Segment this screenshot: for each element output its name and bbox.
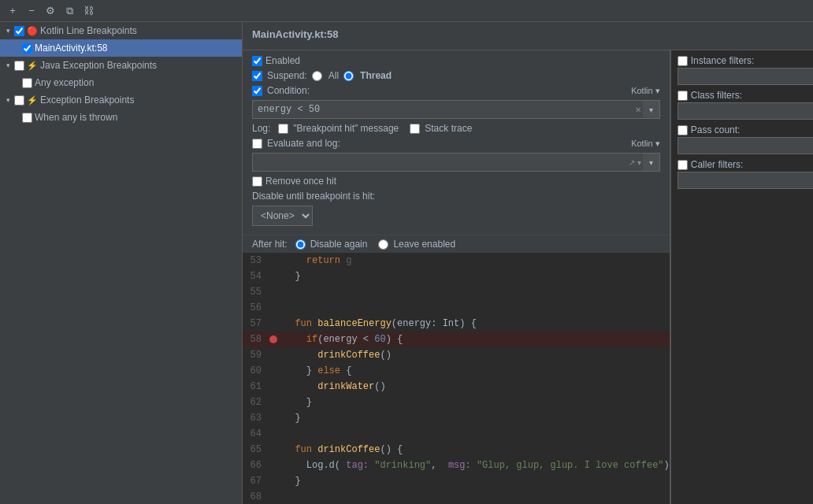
evaluate-input-row: ↗ ▾ ▾ xyxy=(252,153,660,172)
pass-count-row: Pass count: xyxy=(678,124,813,154)
condition-kotlin-button[interactable]: Kotlin ▾ xyxy=(631,86,660,96)
toolbar: + − ⚙ ⧉ ⛓ xyxy=(0,0,813,22)
code-line-67: 67 } xyxy=(243,473,670,489)
disable-again-radio[interactable] xyxy=(295,239,306,250)
enabled-checkbox[interactable] xyxy=(252,56,262,66)
line-num-61: 61 xyxy=(243,381,268,392)
tree-group-kotlin-line[interactable]: ▾ 🔴 Kotlin Line Breakpoints xyxy=(0,22,242,39)
evaluate-kotlin-button[interactable]: Kotlin ▾ xyxy=(631,139,660,149)
tree-item-main-activity[interactable]: MainActivity.kt:58 xyxy=(0,39,242,57)
line-num-66: 66 xyxy=(243,460,268,471)
evaluate-label: Evaluate and log: xyxy=(267,138,340,149)
when-any-checkbox[interactable] xyxy=(22,113,32,123)
kotlin-line-icon: 🔴 xyxy=(27,26,38,36)
code-line-58: 58 if(energy < 60) { xyxy=(243,332,670,347)
suspend-checkbox[interactable] xyxy=(252,71,262,81)
instance-filters-checkbox[interactable] xyxy=(678,56,688,66)
line-num-67: 67 xyxy=(243,476,268,487)
log-label: Log: xyxy=(252,123,270,134)
breakpoint-hit-checkbox[interactable] xyxy=(278,124,288,134)
expand-kotlin-icon: ▾ xyxy=(3,26,13,35)
thread-radio[interactable] xyxy=(343,71,354,81)
code-text-63: } xyxy=(277,413,301,424)
condition-input-wrapper: ✕ ▾ xyxy=(252,100,660,119)
leave-enabled-radio[interactable] xyxy=(378,239,388,250)
exception-checkbox[interactable] xyxy=(14,95,24,106)
condition-label: Condition: xyxy=(267,85,310,96)
code-text-57: fun balanceEnergy(energy: Int) { xyxy=(277,318,477,329)
link-button[interactable]: ⛓ xyxy=(80,3,96,19)
line-num-60: 60 xyxy=(243,365,268,376)
code-line-59: 59 drinkCoffee() xyxy=(243,347,670,363)
caller-filters-header: Caller filters: xyxy=(678,159,813,170)
tree-group-exception[interactable]: ▾ ⚡ Exception Breakpoints xyxy=(0,91,242,109)
code-line-55: 55 xyxy=(243,284,670,300)
code-text-58: if(energy < 60) { xyxy=(277,334,403,345)
thread-label: Thread xyxy=(360,70,392,81)
right-panel: MainActivity.kt:58 Enabled Suspen xyxy=(243,22,813,504)
pass-count-checkbox[interactable] xyxy=(678,125,688,135)
any-exception-checkbox[interactable] xyxy=(22,78,32,88)
line-num-63: 63 xyxy=(243,413,268,424)
tree-item-any-exception[interactable]: Any exception xyxy=(0,74,242,91)
line-num-62: 62 xyxy=(243,397,268,408)
leave-enabled-label: Leave enabled xyxy=(393,239,455,250)
class-filters-header: Class filters: xyxy=(678,90,813,101)
java-exception-checkbox[interactable] xyxy=(14,61,24,71)
all-radio[interactable] xyxy=(312,71,322,81)
line-num-56: 56 xyxy=(243,302,268,313)
condition-dropdown-button[interactable]: ▾ xyxy=(643,100,660,119)
stack-trace-checkbox[interactable] xyxy=(410,124,420,134)
breakpoint-tree: ▾ 🔴 Kotlin Line Breakpoints MainActivity… xyxy=(0,22,243,504)
code-text-61: drinkWater() xyxy=(277,381,386,392)
main-activity-checkbox[interactable] xyxy=(22,43,32,54)
class-filters-checkbox[interactable] xyxy=(678,91,688,101)
line-num-53: 53 xyxy=(243,255,268,266)
remove-breakpoint-button[interactable]: − xyxy=(24,3,39,19)
evaluate-checkbox[interactable] xyxy=(252,139,262,149)
kotlin-line-checkbox[interactable] xyxy=(14,26,24,36)
when-any-label: When any is thrown xyxy=(35,112,117,123)
caller-filters-input[interactable] xyxy=(678,172,813,189)
condition-input[interactable] xyxy=(252,100,660,119)
evaluate-input[interactable] xyxy=(252,153,660,172)
settings-main: Enabled Suspend: All Thread xyxy=(243,50,670,504)
code-text-54: } xyxy=(277,271,301,282)
add-breakpoint-button[interactable]: + xyxy=(5,3,20,19)
code-line-54: 54 } xyxy=(243,269,670,284)
line-num-59: 59 xyxy=(243,350,268,361)
code-line-61: 61 drinkWater() xyxy=(243,379,670,395)
settings-button[interactable]: ⚙ xyxy=(43,3,58,19)
copy-button[interactable]: ⧉ xyxy=(61,3,77,19)
class-filters-input-row: 📁 xyxy=(678,102,813,120)
instance-filters-input[interactable] xyxy=(678,68,813,85)
evaluate-dropdown-button[interactable]: ▾ xyxy=(643,153,660,172)
tree-group-java-exception[interactable]: ▾ ⚡ Java Exception Breakpoints xyxy=(0,57,242,74)
condition-row: Condition: Kotlin ▾ xyxy=(252,85,660,96)
caller-filters-input-row: 📁 xyxy=(678,172,813,189)
condition-checkbox[interactable] xyxy=(252,86,262,96)
exception-icon: ⚡ xyxy=(27,95,38,106)
instance-filters-header: Instance filters: xyxy=(678,55,813,66)
disable-select[interactable]: <None> xyxy=(252,206,313,226)
expand-exception-icon: ▾ xyxy=(3,95,13,105)
code-text-65: fun drinkCoffee() { xyxy=(277,444,403,455)
line-num-54: 54 xyxy=(243,271,268,282)
tree-item-when-any[interactable]: When any is thrown xyxy=(0,109,242,126)
pass-count-input[interactable] xyxy=(678,137,813,154)
code-line-57: 57 fun balanceEnergy(energy: Int) { xyxy=(243,316,670,332)
remove-once-row: Remove once hit xyxy=(252,176,660,187)
remove-once-label: Remove once hit xyxy=(265,176,336,187)
remove-once-checkbox[interactable] xyxy=(252,176,262,187)
instance-filters-input-row: … xyxy=(678,68,813,85)
code-line-56: 56 xyxy=(243,300,670,316)
caller-filters-checkbox[interactable] xyxy=(678,160,688,170)
main-content: ▾ 🔴 Kotlin Line Breakpoints MainActivity… xyxy=(0,22,813,504)
enabled-label: Enabled xyxy=(265,55,300,66)
class-filters-input[interactable] xyxy=(678,102,813,120)
enabled-row: Enabled xyxy=(252,55,660,66)
settings-content: Enabled Suspend: All Thread xyxy=(243,50,670,235)
line-num-55: 55 xyxy=(243,287,268,298)
class-filters-label: Class filters: xyxy=(691,90,742,101)
disable-select-row: <None> xyxy=(252,206,660,226)
